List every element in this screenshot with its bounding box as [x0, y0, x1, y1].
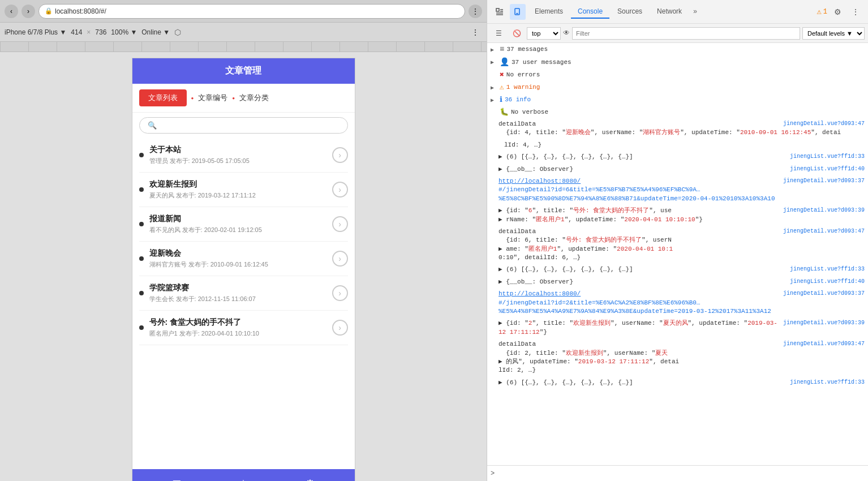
star-icon[interactable]: ★ [238, 477, 248, 481]
log-content-red2: 欢迎新生报到 [573, 320, 611, 327]
log-source[interactable]: jinengDetail.vue?d093:37 [783, 290, 865, 298]
article-arrow[interactable]: › [332, 285, 348, 301]
search-bar[interactable]: 🔍 [139, 117, 348, 134]
log-entry[interactable]: detailData jinengDetail.vue?d093:47 {id:… [487, 226, 868, 264]
width-display: 414 [71, 28, 82, 36]
article-arrow[interactable]: › [332, 216, 348, 232]
inspect-element-button[interactable] [492, 4, 508, 20]
log-source[interactable]: jinengList.vue?ff1d:33 [790, 265, 865, 273]
log-source[interactable]: jinengDetail.vue?d093:39 [783, 319, 865, 327]
address-text: localhost:8080/#/ [55, 7, 106, 15]
messages-group[interactable]: ▶ ≡ 37 messages [487, 43, 868, 55]
warning-badge[interactable]: ⚠ 1 [817, 7, 827, 16]
sidebar-toggle-button[interactable]: ☰ [491, 25, 506, 41]
tab-sources[interactable]: Sources [611, 5, 649, 19]
list-item[interactable]: 欢迎新生报到 夏天的风 发布于: 2019-03-12 17:11:12 › [139, 173, 348, 207]
log-content-2: ", title: " [532, 320, 573, 327]
back-button[interactable]: ‹ [5, 5, 18, 18]
list-item[interactable]: 号外: 食堂大妈的手不抖了 匿名用户1 发布于: 2020-04-01 10:1… [139, 311, 348, 345]
tab-network[interactable]: Network [650, 5, 689, 19]
log-source[interactable]: jinengList.vue?ff1d:33 [790, 379, 865, 386]
address-bar[interactable]: 🔒 localhost:8080/#/ [38, 4, 465, 19]
gear-icon[interactable]: ⚙ [305, 477, 315, 481]
log-content-3: ", use [649, 207, 672, 214]
console-filter-input[interactable] [572, 27, 800, 40]
tab-article-list[interactable]: 文章列表 [139, 89, 187, 106]
forward-button[interactable]: › [22, 5, 35, 18]
app-header: 文章管理 [132, 58, 355, 84]
log-source[interactable]: jinengDetail.vue?d093:37 [783, 177, 865, 185]
devtools-menu-button[interactable]: ⋮ [848, 4, 863, 20]
log-entry[interactable]: jinengDetail.vue?d093:39 ▶ {id: "2", tit… [487, 317, 868, 338]
log-content: ▶ {__ob__: Observer} [499, 278, 573, 286]
device-selector[interactable]: iPhone 6/7/8 Plus ▼ [5, 28, 66, 36]
console-toolbar: ☰ 🚫 top 👁 Default levels ▼ [487, 24, 868, 43]
expand-icon [491, 109, 499, 115]
article-arrow[interactable]: › [332, 320, 348, 336]
log-content-red: 迎新晚会 [566, 129, 591, 136]
warning-group[interactable]: ▶ ⚠ 1 warning [487, 81, 868, 93]
info-group[interactable]: ▶ ℹ 36 info [487, 93, 868, 106]
log-entry[interactable]: jinengDetail.vue?d093:39 ▶ {id: "6", tit… [487, 205, 868, 226]
device-toolbar-button[interactable] [510, 4, 526, 20]
more-button[interactable]: ⋮ [469, 5, 482, 18]
tab-article-category[interactable]: 文章分类 [239, 93, 269, 103]
tab-console[interactable]: Console [571, 5, 609, 19]
tab-elements[interactable]: Elements [528, 5, 570, 19]
article-bullet [139, 153, 144, 157]
log-source[interactable]: jinengList.vue?ff1d:40 [790, 278, 865, 286]
log-source[interactable]: jinengDetail.vue?d093:39 [783, 207, 865, 214]
article-arrow[interactable]: › [332, 182, 348, 197]
log-content-red3: 2020-04-01 10:1 [617, 246, 673, 252]
console-levels-select[interactable]: Default levels ▼ [802, 27, 865, 40]
expand-icon: ▶ [491, 84, 499, 91]
clear-console-button[interactable]: 🚫 [509, 25, 525, 41]
log-entry-cont[interactable]: lId: 4, …} [487, 139, 868, 151]
log-entry[interactable]: detailData jinengDetail.vue?d093:47 {id:… [487, 118, 868, 139]
article-arrow[interactable]: › [332, 147, 348, 163]
log-entry[interactable]: http://localhost:8080/ jinengDetail.vue?… [487, 175, 868, 205]
more-tabs-button[interactable]: » [690, 6, 701, 18]
log-entry[interactable]: ▶ (6) [{…}, {…}, {…}, {…}, {…}, {…}] jin… [487, 264, 868, 276]
phone-content: 文章管理 文章列表 ● 文章编号 ● 文章分类 🔍 关于本站 [132, 58, 355, 481]
article-info: 关于本站 管理员 发布于: 2019-05-05 17:05:05 [149, 145, 332, 165]
article-meta: 夏天的风 发布于: 2019-03-12 17:11:12 [149, 191, 332, 200]
network-selector[interactable]: Online ▼ [141, 28, 170, 36]
log-source[interactable]: jinengDetail.vue?d093:47 [783, 120, 865, 128]
no-errors-group[interactable]: ✖ No errors [487, 68, 868, 81]
article-arrow[interactable]: › [332, 251, 348, 267]
info-label: 36 info [505, 96, 531, 103]
log-link-cont[interactable]: #/jinengDetail?id=6&title=%E5%8F%B7%E5%A… [499, 186, 775, 201]
log-entry[interactable]: ▶ {__ob__: Observer} jinengList.vue?ff1d… [487, 276, 868, 288]
log-link[interactable]: http://localhost:8080/ [499, 178, 581, 184]
console-source-select[interactable]: top [527, 27, 561, 40]
log-entry[interactable]: ▶ (6) [{…}, {…}, {…}, {…}, {…}, {…}] jin… [487, 151, 868, 163]
log-content-3: ▶ 的风 [499, 358, 518, 365]
user-messages-group[interactable]: ▶ 👤 37 user messages [487, 55, 868, 68]
list-item[interactable]: 报道新闻 看不见的风 发布于: 2020-02-01 19:12:05 › [139, 207, 348, 242]
log-entry[interactable]: ▶ {__ob__: Observer} jinengList.vue?ff1d… [487, 164, 868, 175]
log-content: ▶ (6) [{…}, {…}, {…}, {…}, {…}, {…}] [499, 379, 633, 387]
grid-icon[interactable]: ⊞ [172, 477, 182, 481]
log-source[interactable]: jinengList.vue?ff1d:33 [790, 153, 865, 161]
device-options-button[interactable]: ⋮ [469, 25, 482, 39]
log-source[interactable]: jinengDetail.vue?d093:47 [783, 227, 865, 235]
console-input[interactable] [498, 470, 865, 477]
log-entry[interactable]: ▶ (6) [{…}, {…}, {…}, {…}, {…}, {…}] jin… [487, 377, 868, 389]
list-item[interactable]: 学院篮球赛 学生会长 发布于: 2012-11-15 11:06:07 › [139, 276, 348, 311]
log-content: ▶ {id: " [499, 320, 528, 327]
devtools-settings-button[interactable]: ⚙ [830, 4, 845, 20]
error-icon: ✖ [500, 70, 504, 79]
list-item[interactable]: 关于本站 管理员 发布于: 2019-05-05 17:05:05 › [139, 138, 348, 173]
log-source[interactable]: jinengDetail.vue?d093:47 [783, 340, 865, 348]
log-link[interactable]: http://localhost:8080/ [499, 290, 581, 297]
log-source[interactable]: jinengList.vue?ff1d:40 [790, 165, 865, 173]
log-entry[interactable]: detailData jinengDetail.vue?d093:47 {id:… [487, 338, 868, 377]
list-item[interactable]: 迎新晚会 湖科官方账号 发布于: 2010-09-01 16:12:45 › [139, 242, 348, 276]
article-title: 迎新晚会 [149, 248, 332, 259]
log-entry[interactable]: http://localhost:8080/ jinengDetail.vue?… [487, 288, 868, 317]
tab-article-number[interactable]: 文章编号 [198, 93, 227, 103]
verbose-group[interactable]: 🐛 No verbose [487, 106, 868, 118]
zoom-selector[interactable]: 100% ▼ [111, 28, 137, 36]
log-link-cont[interactable]: #/jinengDetail?id=2&title=%E6%AC%A2%E8%B… [499, 299, 771, 315]
